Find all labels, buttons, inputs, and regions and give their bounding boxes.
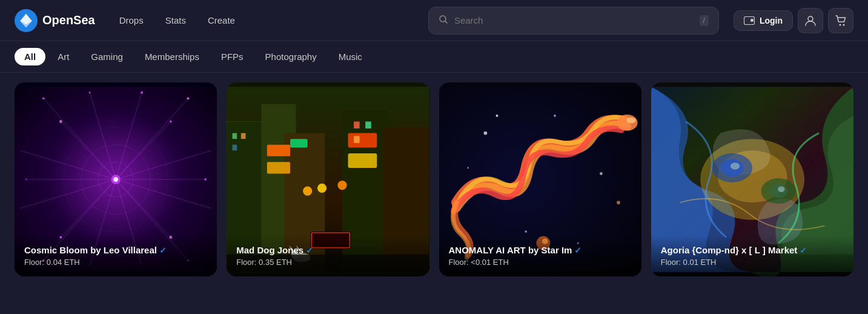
header: OpenSea Drops Stats Create / Login [0, 0, 868, 41]
svg-point-43 [113, 177, 118, 182]
svg-point-55 [303, 186, 312, 195]
svg-point-72 [617, 115, 637, 131]
svg-point-79 [617, 201, 620, 204]
svg-rect-59 [241, 133, 246, 139]
card-4-floor: Floor: 0.01 ETH [661, 258, 844, 267]
svg-rect-61 [354, 122, 360, 129]
category-art[interactable]: Art [48, 48, 79, 65]
svg-point-92 [778, 186, 784, 192]
search-icon [439, 15, 448, 27]
card-4-overlay: Agoria {Comp-nd} x [ L ] Market ✓ Floor:… [651, 235, 853, 276]
svg-point-73 [626, 118, 635, 124]
wallet-icon [744, 16, 755, 25]
svg-rect-53 [348, 133, 377, 148]
svg-rect-51 [267, 162, 290, 173]
card-2-title: Mad Dog Jones ✓ [236, 245, 419, 255]
svg-rect-54 [348, 153, 377, 168]
card-3-overlay: ANOMALY AI ART by Star Im ✓ Floor: <0.01… [439, 235, 641, 276]
category-bar: All Art Gaming Memberships PFPs Photogra… [0, 41, 868, 73]
cart-icon [835, 15, 847, 27]
svg-point-36 [170, 121, 172, 123]
svg-point-80 [495, 115, 498, 117]
svg-point-29 [25, 179, 27, 181]
svg-point-89 [731, 162, 740, 169]
svg-point-74 [483, 132, 487, 135]
svg-point-6 [843, 24, 845, 25]
svg-point-57 [317, 184, 326, 193]
card-4-title: Agoria {Comp-nd} x [ L ] Market ✓ [661, 245, 844, 255]
svg-rect-50 [267, 145, 290, 156]
card-1-floor: Floor: 0.04 ETH [24, 258, 207, 267]
card-1-title: Cosmic Bloom by Leo Villareal ✓ [24, 245, 207, 255]
card-1-verified: ✓ [159, 246, 167, 255]
card-anomaly[interactable]: ANOMALY AI ART by Star Im ✓ Floor: <0.01… [439, 82, 641, 276]
category-music[interactable]: Music [329, 48, 372, 65]
nav-drops[interactable]: Drops [110, 10, 153, 30]
logo-area[interactable]: OpenSea [15, 9, 95, 32]
svg-point-78 [467, 167, 469, 169]
svg-point-4 [808, 16, 813, 21]
search-shortcut: / [700, 15, 709, 26]
main-nav: Drops Stats Create [110, 10, 245, 30]
opensea-logo-icon [15, 9, 38, 32]
card-2-floor: Floor: 0.35 ETH [236, 258, 419, 267]
card-1-overlay: Cosmic Bloom by Leo Villareal ✓ Floor: 0… [15, 235, 217, 276]
svg-point-35 [59, 120, 62, 123]
card-2-overlay: Mad Dog Jones ✓ Floor: 0.35 ETH [227, 235, 429, 276]
category-pfps[interactable]: PFPs [211, 48, 253, 65]
svg-point-77 [525, 230, 527, 233]
category-gaming[interactable]: Gaming [81, 48, 133, 65]
svg-rect-58 [233, 133, 237, 139]
card-4-verified: ✓ [800, 246, 807, 255]
profile-button[interactable] [798, 8, 823, 33]
card-agoria[interactable]: Agoria {Comp-nd} x [ L ] Market ✓ Floor:… [651, 82, 853, 276]
card-2-verified: ✓ [306, 246, 313, 255]
svg-point-30 [204, 178, 207, 181]
svg-point-91 [769, 184, 788, 198]
cards-grid: Cosmic Bloom by Leo Villareal ✓ Floor: 0… [0, 73, 868, 286]
svg-point-33 [89, 92, 91, 93]
svg-rect-62 [365, 122, 371, 129]
svg-point-5 [840, 24, 841, 25]
svg-point-28 [187, 97, 190, 99]
category-memberships[interactable]: Memberships [135, 48, 209, 65]
card-3-floor: Floor: <0.01 ETH [449, 258, 632, 267]
profile-icon [804, 15, 817, 27]
header-actions: Login [734, 8, 853, 33]
svg-point-34 [141, 92, 143, 94]
svg-point-76 [600, 172, 603, 175]
search-bar[interactable]: / [428, 7, 719, 35]
login-button[interactable]: Login [734, 10, 793, 31]
svg-rect-60 [233, 145, 237, 151]
card-mad-dog-jones[interactable]: Mad Dog Jones ✓ Floor: 0.35 ETH [227, 82, 429, 276]
svg-rect-63 [354, 136, 360, 142]
svg-rect-3 [750, 19, 754, 22]
category-photography[interactable]: Photography [256, 48, 326, 65]
svg-point-75 [554, 115, 556, 117]
svg-point-27 [42, 97, 45, 99]
logo-text: OpenSea [42, 13, 95, 27]
category-all[interactable]: All [15, 48, 45, 65]
card-3-verified: ✓ [574, 246, 581, 255]
cart-button[interactable] [828, 8, 853, 33]
nav-create[interactable]: Create [198, 10, 245, 30]
svg-point-56 [338, 181, 347, 190]
card-cosmic-bloom[interactable]: Cosmic Bloom by Leo Villareal ✓ Floor: 0… [15, 82, 217, 276]
svg-rect-52 [290, 139, 308, 147]
nav-stats[interactable]: Stats [156, 10, 196, 30]
card-3-title: ANOMALY AI ART by Star Im ✓ [449, 245, 632, 255]
search-input[interactable] [454, 15, 694, 25]
